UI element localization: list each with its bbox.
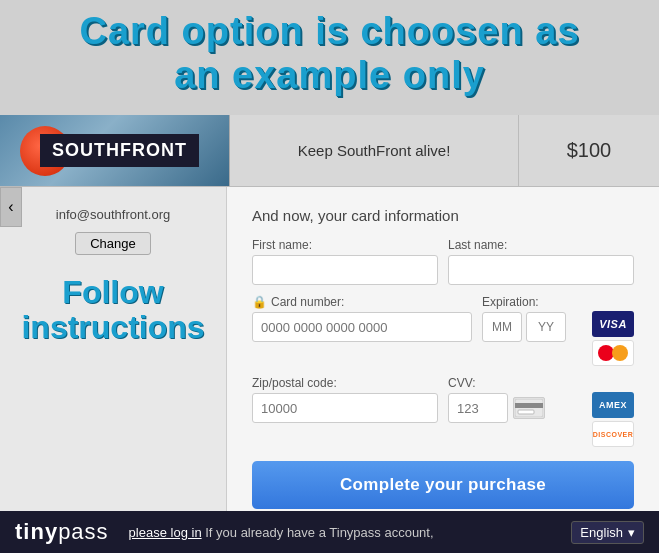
- footer: tinypass please log in If you already ha…: [0, 511, 659, 553]
- extra-card-icons: AMEX DISCOVER: [592, 376, 634, 447]
- logo-area: SOUTHFRONT: [0, 115, 230, 186]
- cvv-label: CVV:: [448, 376, 582, 390]
- expiry-inputs: [482, 312, 582, 342]
- main-content: SOUTHFRONT Keep SouthFront alive! $100 ‹…: [0, 115, 659, 529]
- donation-amount: $100: [519, 115, 659, 186]
- expiration-label: Expiration:: [482, 295, 582, 309]
- zip-input[interactable]: [252, 393, 438, 423]
- payment-form: And now, your card information First nam…: [227, 187, 659, 529]
- follow-instructions-text: Follow instructions: [21, 275, 204, 345]
- watermark-line1: Card option is choosen as: [20, 10, 639, 54]
- complete-purchase-button[interactable]: Complete your purchase: [252, 461, 634, 509]
- top-bar: SOUTHFRONT Keep SouthFront alive! $100: [0, 115, 659, 187]
- card-number-label: 🔒 Card number:: [252, 295, 472, 309]
- first-name-label: First name:: [252, 238, 438, 252]
- card-icons-group: VISA: [592, 295, 634, 366]
- first-name-group: First name:: [252, 238, 438, 285]
- dropdown-arrow-icon: ▾: [628, 525, 635, 540]
- zip-label: Zip/postal code:: [252, 376, 438, 390]
- logo-text: SOUTHFRONT: [40, 134, 199, 167]
- follow-line2: instructions: [21, 310, 204, 345]
- language-selector[interactable]: English ▾: [571, 521, 644, 544]
- card-number-group: 🔒 Card number:: [252, 295, 472, 342]
- zip-cvv-row: Zip/postal code: CVV:: [252, 376, 634, 447]
- logo-tiny: tiny: [15, 519, 58, 544]
- footer-description: If you already have a Tinypass account,: [202, 525, 434, 540]
- tinypass-logo: tinypass: [15, 519, 109, 545]
- last-name-label: Last name:: [448, 238, 634, 252]
- card-number-row: 🔒 Card number: Expiration: VISA: [252, 295, 634, 366]
- language-label: English: [580, 525, 623, 540]
- name-row: First name: Last name:: [252, 238, 634, 285]
- lock-icon: 🔒: [252, 295, 267, 309]
- expiration-group: Expiration:: [482, 295, 582, 342]
- amex-icon: AMEX: [592, 392, 634, 418]
- logo-inner: SOUTHFRONT: [0, 115, 229, 186]
- middle-section: info@southfront.org Change Follow instru…: [0, 187, 659, 529]
- footer-login-text: please log in If you already have a Tiny…: [109, 525, 572, 540]
- user-email: info@southfront.org: [56, 207, 170, 222]
- discover-icon: DISCOVER: [592, 421, 634, 447]
- zip-group: Zip/postal code:: [252, 376, 438, 447]
- first-name-input[interactable]: [252, 255, 438, 285]
- cvv-card-icon: [513, 397, 545, 419]
- cvv-row: [448, 393, 582, 423]
- card-number-input[interactable]: [252, 312, 472, 342]
- last-name-group: Last name:: [448, 238, 634, 285]
- campaign-description: Keep SouthFront alive!: [230, 115, 519, 186]
- watermark-line2: an example only: [20, 54, 639, 98]
- expiry-year-input[interactable]: [526, 312, 566, 342]
- back-button[interactable]: ‹: [0, 187, 22, 227]
- expiry-month-input[interactable]: [482, 312, 522, 342]
- change-email-button[interactable]: Change: [75, 232, 151, 255]
- last-name-input[interactable]: [448, 255, 634, 285]
- cvv-group: CVV:: [448, 376, 582, 447]
- visa-icon: VISA: [592, 311, 634, 337]
- logo-pass: pass: [58, 519, 108, 544]
- back-arrow-icon: ‹: [8, 198, 13, 216]
- follow-line1: Follow: [21, 275, 204, 310]
- mastercard-icon: [592, 340, 634, 366]
- left-panel: info@southfront.org Change Follow instru…: [0, 187, 227, 529]
- form-title: And now, your card information: [252, 207, 634, 224]
- svg-rect-2: [518, 410, 534, 414]
- svg-rect-1: [515, 403, 543, 408]
- cvv-input[interactable]: [448, 393, 508, 423]
- login-link[interactable]: please log in: [129, 525, 202, 540]
- watermark: Card option is choosen as an example onl…: [0, 0, 659, 102]
